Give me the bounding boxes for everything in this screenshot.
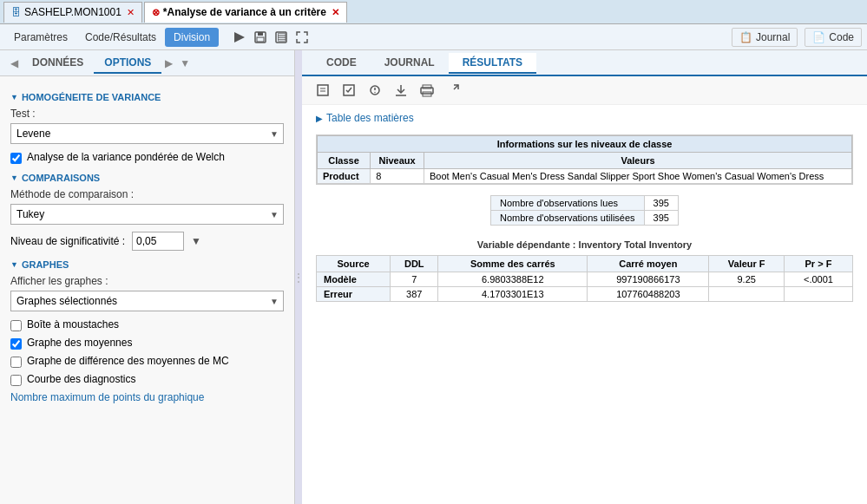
expand-icon[interactable] bbox=[292, 27, 312, 48]
right-panel: CODE JOURNAL RÉSULTATS bbox=[302, 50, 867, 504]
cb-moyennes[interactable] bbox=[10, 338, 22, 350]
test-select-wrapper: Levene ▼ bbox=[10, 123, 284, 144]
close-analyse-icon[interactable]: ✕ bbox=[332, 7, 339, 18]
checkbox-diff: Graphe de différence des moyennes de MC bbox=[10, 355, 284, 368]
section-homogeneite: HOMOGÉNEITE DE VARIANCE bbox=[10, 92, 284, 102]
left-arrow[interactable]: ◀ bbox=[7, 54, 22, 73]
anova-title: Variable dépendante : Inventory Total In… bbox=[316, 239, 853, 250]
obs-table-container: Nombre d'observations lues 395 Nombre d'… bbox=[316, 195, 853, 226]
afficher-select-wrapper: Graphes sélectionnés ▼ bbox=[10, 291, 284, 311]
left-panel: ◀ DONNÉES OPTIONS ▶ ▼ HOMOGÉNEITE DE VAR… bbox=[0, 50, 295, 504]
methode-label: Méthode de comparaison : bbox=[10, 188, 284, 200]
tab-sashelp-label: SASHELP.MON1001 bbox=[24, 6, 122, 18]
svg-marker-0 bbox=[234, 32, 245, 43]
cb-diagnostic[interactable] bbox=[10, 375, 22, 386]
sashelp-icon: 🗄 bbox=[11, 7, 21, 17]
tab-code[interactable]: CODE bbox=[312, 53, 371, 74]
welch-label: Analyse de la variance pondérée de Welch bbox=[27, 151, 225, 163]
right-content: Table des matières Informations sur les … bbox=[302, 105, 867, 504]
anova-col-carre: Carré moyen bbox=[588, 256, 709, 272]
anova-pr-f-erreur bbox=[784, 287, 852, 302]
anova-ddl-modele: 7 bbox=[391, 272, 438, 287]
tab-journal[interactable]: JOURNAL bbox=[371, 53, 449, 74]
down-arrow[interactable]: ▼ bbox=[176, 54, 194, 73]
journal-button[interactable]: 📋 Journal bbox=[732, 28, 798, 47]
print-icon[interactable] bbox=[417, 80, 437, 101]
cb-diff-label: Graphe de différence des moyennes de MC bbox=[27, 355, 229, 367]
anova-valeur-f-erreur bbox=[709, 287, 785, 302]
cb-diagnostic-label: Courbe des diagnostics bbox=[27, 373, 135, 385]
anova-pr-f-modele: <.0001 bbox=[784, 272, 852, 287]
class-row-valeurs: Boot Men's Casual Men's Dress Sandal Sli… bbox=[424, 169, 851, 184]
top-right-buttons: 📋 Journal 📄 Code bbox=[732, 28, 862, 47]
anova-table: Source DDL Somme des carrés Carré moyen … bbox=[316, 255, 853, 302]
max-points-label: Nombre maximum de points du graphique bbox=[10, 391, 284, 403]
test-select[interactable]: Levene bbox=[10, 123, 284, 144]
class-info-table-container: Informations sur les niveaux de classe C… bbox=[316, 134, 853, 185]
test-label: Test : bbox=[10, 108, 284, 120]
afficher-label: Afficher les graphes : bbox=[10, 275, 284, 287]
tab-sashelp[interactable]: 🗄 SASHELP.MON1001 ✕ bbox=[3, 2, 142, 23]
niveau-arrow: ▼ bbox=[191, 235, 201, 247]
cb-moyennes-label: Graphe des moyennes bbox=[27, 337, 132, 349]
cb-diff[interactable] bbox=[10, 357, 22, 368]
results-icon3[interactable] bbox=[365, 80, 385, 101]
title-bar: 🗄 SASHELP.MON1001 ✕ ⊗ *Analyse de varian… bbox=[0, 0, 867, 24]
svg-point-12 bbox=[374, 92, 375, 93]
menu-division[interactable]: Division bbox=[165, 28, 219, 47]
anova-ddl-erreur: 387 bbox=[391, 287, 438, 302]
export-icon[interactable]: ▤ bbox=[271, 27, 292, 48]
left-content: HOMOGÉNEITE DE VARIANCE Test : Levene ▼ … bbox=[0, 76, 294, 504]
col-classe: Classe bbox=[318, 153, 371, 169]
col-valeurs: Valeurs bbox=[424, 153, 851, 169]
anova-row-modele: Modèle 7 6.9803388E12 997190866173 9.25 … bbox=[317, 272, 853, 287]
save-icon[interactable] bbox=[250, 27, 271, 48]
anova-col-source: Source bbox=[317, 256, 391, 272]
svg-text:▤: ▤ bbox=[277, 30, 286, 43]
run-icon[interactable] bbox=[229, 27, 250, 48]
right-arrow[interactable]: ▶ bbox=[161, 54, 176, 73]
code-button[interactable]: 📄 Code bbox=[805, 28, 862, 47]
anova-somme-erreur: 4.1703301E13 bbox=[438, 287, 588, 302]
obs-label-1: Nombre d'observations lues bbox=[491, 196, 645, 211]
col-niveaux: Niveaux bbox=[371, 153, 424, 169]
analyse-icon: ⊗ bbox=[152, 7, 160, 18]
anova-col-valeur-f: Valeur F bbox=[709, 256, 785, 272]
menu-parametres[interactable]: Paramètres bbox=[5, 28, 76, 47]
code-label: Code bbox=[829, 31, 854, 43]
tab-analyse[interactable]: ⊗ *Analyse de variance à un critère ✕ bbox=[144, 2, 347, 23]
journal-label: Journal bbox=[756, 31, 790, 43]
left-tabs: ◀ DONNÉES OPTIONS ▶ ▼ bbox=[0, 50, 294, 76]
anova-header-row: Source DDL Somme des carrés Carré moyen … bbox=[317, 256, 853, 272]
anova-valeur-f-modele: 9.25 bbox=[709, 272, 785, 287]
panel-divider[interactable]: ⋮ bbox=[295, 50, 302, 504]
menu-code-resultats[interactable]: Code/Résultats bbox=[76, 28, 165, 47]
methode-select[interactable]: Tukey bbox=[10, 204, 284, 225]
tab-resultats[interactable]: RÉSULTATS bbox=[449, 53, 536, 74]
methode-select-wrapper: Tukey ▼ bbox=[10, 204, 284, 225]
class-row: Product 8 Boot Men's Casual Men's Dress … bbox=[318, 169, 852, 184]
journal-icon: 📋 bbox=[739, 31, 752, 43]
welch-checkbox[interactable] bbox=[10, 153, 22, 164]
afficher-select[interactable]: Graphes sélectionnés bbox=[10, 291, 284, 311]
download-icon[interactable] bbox=[391, 80, 411, 101]
close-sashelp-icon[interactable]: ✕ bbox=[127, 7, 135, 18]
cb-boite[interactable] bbox=[10, 320, 22, 331]
right-tabs: CODE JOURNAL RÉSULTATS bbox=[302, 50, 867, 76]
obs-table: Nombre d'observations lues 395 Nombre d'… bbox=[490, 195, 679, 226]
niveau-input[interactable] bbox=[132, 232, 184, 251]
results-icon1[interactable] bbox=[312, 80, 333, 101]
toc-link[interactable]: Table des matières bbox=[316, 112, 853, 124]
obs-row-2: Nombre d'observations utilisées 395 bbox=[491, 211, 679, 226]
tab-options[interactable]: OPTIONS bbox=[94, 53, 161, 74]
obs-label-2: Nombre d'observations utilisées bbox=[491, 211, 645, 226]
tab-donnees[interactable]: DONNÉES bbox=[22, 53, 94, 74]
niveau-label: Niveau de significativité : bbox=[10, 235, 125, 247]
code-icon: 📄 bbox=[812, 31, 825, 43]
results-icon2[interactable] bbox=[338, 80, 359, 101]
maximize-icon[interactable] bbox=[443, 80, 463, 101]
anova-somme-modele: 6.9803388E12 bbox=[438, 272, 588, 287]
svg-rect-3 bbox=[257, 37, 264, 42]
anova-section: Variable dépendante : Inventory Total In… bbox=[316, 239, 853, 302]
anova-carre-erreur: 107760488203 bbox=[588, 287, 709, 302]
